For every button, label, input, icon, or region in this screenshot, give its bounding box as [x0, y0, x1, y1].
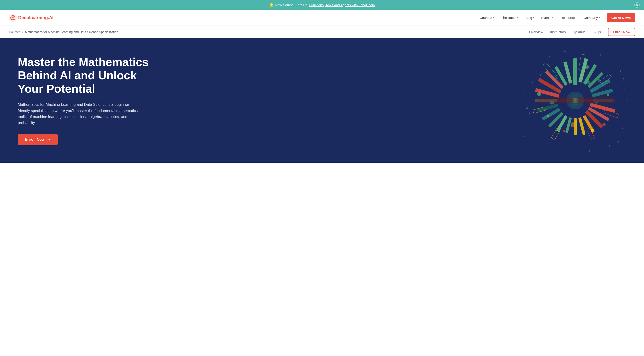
course-nav-syllabus[interactable]: Syllabus: [573, 30, 585, 34]
banner-link[interactable]: Functions, Tools and Agents with LangCha…: [309, 3, 375, 7]
hero-visual: 10 10 10 10 10 10 10: [520, 45, 631, 156]
svg-text:1: 1: [564, 49, 566, 52]
enroll-hero-button[interactable]: Enroll Now →: [18, 134, 58, 145]
logo-text: DeepLearning.AI: [18, 15, 54, 20]
starburst-graphic: 10 10 10 10 10 10 10: [520, 45, 631, 156]
nav-item-company[interactable]: Company ▾: [584, 16, 600, 20]
svg-text:0: 0: [588, 149, 590, 152]
breadcrumb-current-page: Mathematics for Machine Learning and Dat…: [25, 30, 118, 34]
announcement-banner: 🌟 New Course! Enroll in Functions, Tools…: [0, 0, 644, 10]
nav-links: Courses ▾ The Batch ▾ Blog ▾ Events ▾ Re…: [480, 16, 600, 20]
svg-rect-67: [538, 97, 613, 104]
svg-text:1: 1: [526, 87, 528, 90]
nav-item-resources[interactable]: Resources: [560, 16, 576, 20]
course-nav-instructors[interactable]: Instructors: [550, 30, 566, 34]
svg-point-52: [563, 129, 566, 132]
svg-text:1: 1: [620, 69, 621, 72]
banner-icon: 🌟: [269, 3, 274, 7]
get-ai-news-button[interactable]: Get AI News: [607, 13, 635, 22]
course-nav-faqs[interactable]: FAQs: [592, 30, 601, 34]
svg-rect-18: [574, 58, 577, 85]
arrow-icon: →: [47, 137, 51, 142]
svg-text:0: 0: [548, 56, 550, 59]
svg-text:0: 0: [542, 123, 544, 126]
svg-text:1: 1: [622, 127, 623, 130]
breadcrumb-separator: ›: [22, 30, 23, 34]
course-nav-links: Overview Instructors Syllabus FAQs Enrol…: [529, 28, 635, 36]
svg-text:0: 0: [528, 112, 530, 114]
nav-item-courses[interactable]: Courses ▾: [480, 16, 494, 20]
svg-point-55: [606, 93, 610, 96]
banner-text: New Course! Enroll in: [275, 3, 308, 7]
chevron-down-icon: ▾: [517, 17, 518, 19]
chevron-down-icon: ▾: [533, 17, 534, 19]
svg-text:0: 0: [624, 87, 626, 90]
svg-text:1: 1: [524, 136, 526, 139]
svg-text:0: 0: [526, 107, 528, 110]
svg-text:1: 1: [523, 95, 524, 98]
svg-rect-29: [578, 117, 586, 135]
nav-item-the-batch[interactable]: The Batch ▾: [501, 16, 518, 20]
svg-text:0: 0: [608, 145, 610, 148]
breadcrumb-courses-link[interactable]: Courses: [9, 30, 20, 34]
svg-text:0: 0: [532, 81, 534, 83]
logo[interactable]: DeepLearning.AI: [9, 14, 54, 22]
hero-description: Mathematics for Machine Learning and Dat…: [18, 102, 138, 126]
course-nav-overview[interactable]: Overview: [529, 30, 543, 34]
svg-text:1: 1: [600, 54, 601, 57]
svg-text:0: 0: [617, 140, 619, 143]
svg-text:0: 0: [623, 78, 624, 81]
nav-item-blog[interactable]: Blog ▾: [526, 16, 534, 20]
hero-title: Master the Mathematics Behind AI and Unl…: [18, 56, 151, 95]
chevron-down-icon: ▾: [552, 17, 554, 19]
nav-item-events[interactable]: Events ▾: [541, 16, 554, 20]
breadcrumb: Courses › Mathematics for Machine Learni…: [9, 30, 118, 34]
logo-icon: [9, 14, 17, 22]
svg-point-3: [12, 17, 14, 19]
chevron-down-icon: ▾: [599, 17, 600, 19]
course-navigation: Courses › Mathematics for Machine Learni…: [0, 26, 644, 38]
svg-text:1: 1: [540, 74, 541, 77]
close-banner-button[interactable]: ×: [634, 2, 640, 8]
enroll-now-outline-button[interactable]: Enroll Now: [608, 28, 635, 36]
chevron-down-icon: ▾: [493, 17, 494, 19]
top-navigation: DeepLearning.AI Courses ▾ The Batch ▾ Bl…: [0, 10, 644, 26]
svg-text:1: 1: [626, 98, 628, 101]
hero-content: Master the Mathematics Behind AI and Unl…: [18, 56, 151, 145]
hero-section: Master the Mathematics Behind AI and Unl…: [0, 38, 644, 163]
